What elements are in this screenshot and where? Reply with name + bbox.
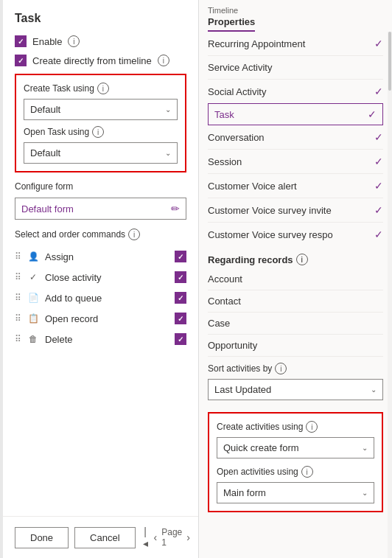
- prev-page-button[interactable]: ‹: [153, 531, 159, 543]
- assign-drag-handle[interactable]: ⠿: [15, 251, 21, 262]
- create-task-chevron: ⌄: [165, 105, 171, 114]
- open-activities-dropdown[interactable]: Main form ⌄: [217, 482, 374, 503]
- conversation-label: Conversation: [208, 132, 265, 143]
- sort-info-icon[interactable]: i: [275, 363, 287, 374]
- pagination: |◂ ‹ Page 1 ›: [141, 526, 192, 549]
- open-activities-label: Open activities using i: [217, 466, 374, 478]
- open-activities-info-icon[interactable]: i: [301, 466, 313, 478]
- activity-list-2: Conversation ✓ Session ✓ Customer Voice …: [199, 125, 392, 246]
- activity-cv-alert[interactable]: Customer Voice alert ✓: [208, 174, 383, 198]
- close-label: Close activity: [45, 272, 169, 283]
- sort-section: Sort activities by i Last Updated ⌄: [199, 357, 392, 406]
- create-directly-checkbox[interactable]: [15, 55, 27, 66]
- person-icon: 👤: [27, 251, 39, 262]
- session-check: ✓: [374, 156, 383, 167]
- open-activities-chevron: ⌄: [362, 489, 368, 497]
- cv-survey-respo-check: ✓: [374, 229, 383, 240]
- create-activities-info-icon[interactable]: i: [306, 421, 318, 433]
- enable-checkbox[interactable]: [15, 35, 27, 47]
- configure-form-label: Configure form: [15, 181, 186, 192]
- right-panel-header: Timeline Properties: [199, 0, 392, 32]
- create-activities-label: Create activities using i: [217, 421, 374, 433]
- command-delete-row: ⠿ 🗑 Delete: [15, 329, 186, 349]
- close-checkbox[interactable]: [175, 271, 186, 283]
- activity-task-active[interactable]: Task ✓: [208, 103, 383, 125]
- delete-checkbox[interactable]: [175, 333, 186, 345]
- regarding-opportunity: Opportunity: [208, 335, 383, 357]
- activity-service-activity[interactable]: Service Activity: [208, 56, 383, 80]
- right-panel-scroll: Recurring Appointment ✓ Service Activity…: [199, 32, 392, 558]
- create-activities-dropdown[interactable]: Quick create form ⌄: [217, 437, 374, 458]
- create-directly-info-icon[interactable]: i: [158, 55, 169, 66]
- commands-list: ⠿ 👤 Assign ⠿ ✓ Close activity ⠿ 📄 Add to…: [15, 246, 186, 349]
- activity-cv-survey-respo[interactable]: Customer Voice survey respo ✓: [208, 223, 383, 246]
- enable-label: Enable: [32, 36, 62, 47]
- cv-survey-invite-label: Customer Voice survey invite: [208, 205, 332, 216]
- doc-icon: 📄: [27, 292, 39, 304]
- queue-checkbox[interactable]: [175, 292, 186, 304]
- cancel-button[interactable]: Cancel: [74, 527, 135, 548]
- create-directly-label: Create directly from timeline: [32, 55, 152, 66]
- recurring-appointment-label: Recurring Appointment: [208, 38, 305, 49]
- close-drag-handle[interactable]: ⠿: [15, 272, 21, 282]
- task-active-label: Task: [214, 109, 234, 120]
- regarding-contact: Contact: [208, 290, 383, 313]
- page-label: Page 1: [161, 527, 182, 548]
- open-task-dropdown[interactable]: Default ⌄: [24, 142, 178, 164]
- regarding-info-icon[interactable]: i: [296, 254, 308, 265]
- delete-drag-handle[interactable]: ⠿: [15, 334, 21, 344]
- regarding-account: Account: [208, 268, 383, 290]
- task-active-check: ✓: [368, 108, 377, 120]
- create-task-label: Create Task using i: [24, 83, 178, 94]
- next-page-button[interactable]: ›: [185, 531, 192, 543]
- timeline-breadcrumb: Timeline: [208, 6, 383, 15]
- right-panel: Timeline Properties Recurring Appointmen…: [199, 0, 392, 558]
- scrollbar[interactable]: [388, 32, 392, 558]
- queue-label: Add to queue: [45, 293, 169, 304]
- queue-drag-handle[interactable]: ⠿: [15, 293, 21, 303]
- activity-cv-survey-invite[interactable]: Customer Voice survey invite ✓: [208, 198, 383, 223]
- left-panel-footer: Done Cancel |◂ ‹ Page 1 ›: [0, 516, 198, 558]
- edge-indicator: [0, 0, 3, 558]
- panel-title: Task: [15, 12, 186, 25]
- left-panel: Task Enable i Create directly from timel…: [0, 0, 199, 558]
- service-activity-label: Service Activity: [208, 62, 272, 73]
- left-panel-content: Task Enable i Create directly from timel…: [0, 0, 198, 516]
- sort-dropdown[interactable]: Last Updated ⌄: [208, 379, 383, 400]
- create-directly-checkbox-row: Create directly from timeline i: [15, 55, 186, 66]
- done-button[interactable]: Done: [15, 527, 69, 548]
- open-task-chevron: ⌄: [165, 149, 171, 157]
- activity-conversation[interactable]: Conversation ✓: [208, 125, 383, 150]
- configure-form-value: Default form: [21, 203, 74, 215]
- activity-social-activity[interactable]: Social Activity ✓: [208, 80, 383, 103]
- command-queue-row: ⠿ 📄 Add to queue: [15, 287, 186, 308]
- record-checkbox[interactable]: [175, 313, 186, 324]
- create-task-dropdown[interactable]: Default ⌄: [24, 99, 178, 120]
- properties-tab[interactable]: Properties: [208, 16, 255, 32]
- regarding-list: Account Contact Case Opportunity: [199, 268, 392, 357]
- command-assign-row: ⠿ 👤 Assign: [15, 246, 186, 267]
- task-settings-box: Create Task using i Default ⌄ Open Task …: [15, 74, 186, 172]
- first-page-button[interactable]: |◂: [141, 526, 150, 549]
- assign-checkbox[interactable]: [175, 251, 186, 262]
- check-icon: ✓: [27, 271, 39, 283]
- create-task-info-icon[interactable]: i: [97, 83, 109, 94]
- sort-label: Sort activities by i: [208, 363, 383, 374]
- configure-form-row[interactable]: Default form ✏: [15, 198, 186, 220]
- enable-info-icon[interactable]: i: [68, 35, 80, 47]
- delete-label: Delete: [45, 334, 169, 345]
- enable-checkbox-row: Enable i: [15, 35, 186, 47]
- scrollbar-thumb[interactable]: [388, 32, 391, 91]
- commands-info-icon[interactable]: i: [128, 229, 140, 240]
- cv-alert-check: ✓: [374, 180, 383, 192]
- social-activity-label: Social Activity: [208, 86, 266, 97]
- sort-chevron: ⌄: [371, 386, 377, 394]
- edit-icon[interactable]: ✏: [171, 203, 180, 215]
- regarding-case: Case: [208, 313, 383, 335]
- open-task-info-icon[interactable]: i: [92, 126, 104, 138]
- activity-session[interactable]: Session ✓: [208, 150, 383, 174]
- activity-recurring-appointment[interactable]: Recurring Appointment ✓: [208, 32, 383, 56]
- record-drag-handle[interactable]: ⠿: [15, 313, 21, 324]
- cv-survey-respo-label: Customer Voice survey respo: [208, 229, 333, 240]
- commands-label: Select and order commands i: [15, 229, 186, 240]
